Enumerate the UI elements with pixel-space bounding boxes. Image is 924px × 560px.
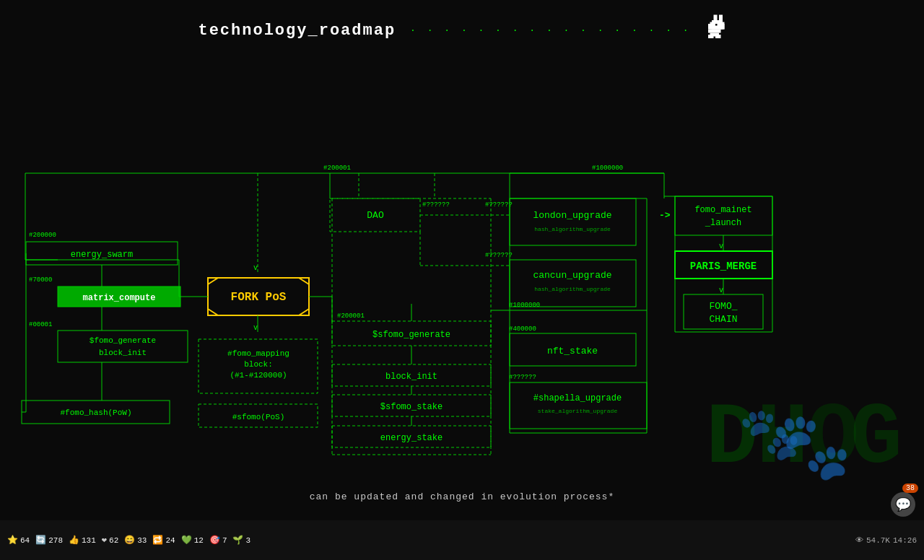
svg-rect-73	[675, 196, 772, 235]
fomo-chain-label: FOMO_	[709, 301, 737, 312]
svg-line-24	[208, 309, 218, 315]
eye-icon: 👁	[855, 535, 863, 545]
svg-text:#1000000: #1000000	[509, 302, 540, 309]
svg-text:hash_algorithm_upgrade: hash_algorithm_upgrade	[534, 226, 611, 232]
energy-stake-label: energy_stake	[380, 433, 443, 443]
stat-leaf: 🌱 3	[232, 535, 250, 546]
fomo-hash-label: #fomo_hash(PoW)	[60, 408, 131, 417]
bottom-text: can be updated and changed in evolution …	[0, 491, 924, 502]
svg-text:block:: block:	[244, 360, 273, 369]
fomo-mainet-label: fomo_mainet	[694, 205, 751, 215]
block-init-mid-label: block_init	[385, 372, 437, 382]
stat-thumbsup: 👍 131	[69, 535, 96, 546]
svg-text:v: v	[719, 286, 723, 294]
fomo-generate-label: $fomo_generate	[90, 336, 156, 345]
svg-text:v: v	[253, 264, 258, 272]
rabbit-icon	[697, 13, 726, 48]
laugh-icon: 😄	[124, 535, 135, 546]
star-icon: ⭐	[7, 535, 18, 546]
nft-stake-label: nft_stake	[547, 346, 598, 356]
fomo-mapping-label: #fomo_mapping	[227, 349, 289, 358]
svg-text:#??????: #??????	[422, 201, 450, 209]
block-label-200000: #200000	[29, 232, 56, 239]
stat-thumbsup-count: 131	[82, 536, 96, 545]
header: technology_roadmap · · · · · · · · · · ·…	[0, 0, 924, 55]
side-letter-g: G	[850, 390, 902, 488]
header-dots: · · · · · · · · · · · · · · · · ·	[410, 25, 691, 36]
svg-line-26	[299, 309, 309, 315]
stat-retweet: 🔄 278	[35, 535, 63, 546]
chat-count-badge: 38	[902, 484, 918, 493]
stat-repeat: 🔁 24	[152, 535, 175, 546]
paris-merge-label: PARIS_MERGE	[690, 261, 757, 272]
page-title: technology_roadmap	[198, 22, 396, 40]
sfomo-stake-label: $sfomo_stake	[380, 402, 443, 412]
stat-laugh: 😄 33	[124, 535, 147, 546]
svg-rect-60	[510, 260, 636, 307]
fork-pos-label: FORK PoS	[231, 291, 287, 304]
svg-rect-7	[708, 35, 714, 38]
svg-line-23	[208, 278, 218, 284]
energy-swarm-label: energy_swarm	[71, 250, 133, 260]
svg-text:#??????: #??????	[509, 374, 536, 381]
svg-text:#200001: #200001	[337, 312, 365, 320]
retweet-icon: 🔄	[35, 535, 46, 546]
stat-retweet-count: 278	[48, 536, 63, 545]
svg-rect-57	[510, 198, 636, 245]
svg-text:_launch: _launch	[705, 218, 741, 228]
stat-green-heart-count: 12	[194, 536, 204, 545]
sfomo-pos-label: #sfomo(PoS)	[232, 413, 285, 421]
shapella-upgrade-label: #shapella_upgrade	[533, 393, 622, 403]
stat-heart: ❤️ 62	[102, 535, 118, 546]
svg-text:v: v	[719, 242, 723, 250]
svg-text:v: v	[253, 324, 258, 332]
cancun-upgrade-label: cancun_upgrade	[533, 270, 611, 281]
bottom-description: can be updated and changed in evolution …	[310, 491, 614, 502]
svg-rect-9	[715, 24, 718, 26]
stat-star-count: 64	[20, 536, 30, 545]
thumbsup-icon: 👍	[69, 535, 79, 546]
svg-rect-8	[715, 35, 721, 38]
svg-rect-5	[708, 30, 721, 33]
repeat-icon: 🔁	[152, 535, 163, 546]
paw-print-2: 🐾	[738, 404, 801, 466]
svg-text:CHAIN: CHAIN	[709, 314, 737, 325]
stat-green-heart: 💚 12	[181, 535, 204, 546]
view-number: 54.7K	[866, 536, 890, 545]
block-init-label-left: block_init	[99, 349, 147, 357]
block-label-70000: #70000	[29, 276, 52, 284]
leaf-icon: 🌱	[232, 535, 243, 546]
view-count: 👁 54.7K 14:26	[855, 535, 917, 545]
svg-text:#??????: #??????	[485, 252, 513, 259]
london-upgrade-label: london_upgrade	[533, 210, 611, 221]
dao-label: DAO	[367, 210, 384, 221]
view-time: 14:26	[893, 536, 917, 545]
svg-text:#??????: #??????	[485, 201, 513, 209]
arrow-right: ->	[659, 210, 671, 221]
chat-badge[interactable]: 💬	[891, 492, 915, 517]
heart-icon: ❤️	[102, 535, 107, 546]
svg-text:#1000000: #1000000	[592, 165, 623, 172]
status-bar: ⭐ 64 🔄 278 👍 131 ❤️ 62 😄 33 🔁 24 💚 12 🎯 …	[0, 520, 924, 560]
target-icon: 🎯	[209, 535, 220, 546]
stat-laugh-count: 33	[137, 536, 147, 545]
stat-star: ⭐ 64	[7, 535, 30, 546]
green-heart-icon: 💚	[181, 535, 192, 546]
svg-rect-66	[510, 382, 647, 429]
svg-text:(#1-#120000): (#1-#120000)	[230, 371, 287, 380]
svg-text:#400000: #400000	[509, 325, 536, 333]
svg-line-25	[299, 278, 309, 284]
stat-repeat-count: 24	[165, 536, 175, 545]
svg-rect-12	[58, 331, 188, 362]
matrix-compute-label: matrix_compute	[83, 293, 156, 303]
stat-leaf-count: 3	[245, 536, 250, 545]
sfomo-generate-label: $sfomo_generate	[372, 330, 450, 340]
svg-text:stake_algorithm_upgrade: stake_algorithm_upgrade	[538, 408, 618, 414]
stat-target-count: 7	[222, 536, 227, 545]
stat-heart-count: 62	[109, 536, 118, 545]
stat-target: 🎯 7	[209, 535, 227, 546]
block-label-00001: #00001	[29, 321, 52, 328]
svg-text:#200001: #200001	[323, 165, 351, 172]
svg-text:hash_algorithm_upgrade: hash_algorithm_upgrade	[534, 286, 611, 292]
